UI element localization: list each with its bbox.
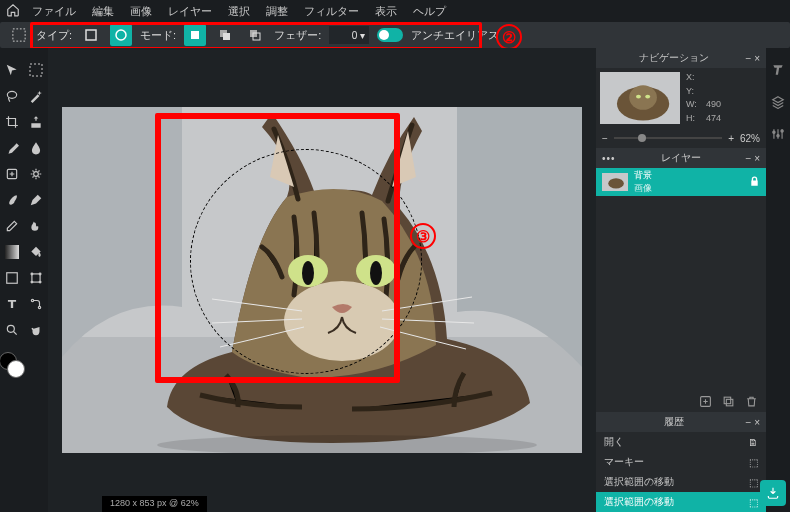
layer-item[interactable]: 背景 画像	[596, 168, 766, 196]
feather-input[interactable]	[329, 26, 369, 44]
home-icon[interactable]	[6, 3, 22, 19]
svg-point-36	[608, 178, 624, 188]
delete-layer-icon[interactable]	[745, 395, 758, 410]
menu-edit[interactable]: 編集	[86, 2, 120, 21]
download-button[interactable]	[760, 480, 786, 506]
menu-filter[interactable]: フィルター	[298, 2, 365, 21]
close-icon[interactable]: ×	[754, 417, 760, 428]
eraser-tool[interactable]	[2, 216, 22, 236]
menu-adjust[interactable]: 調整	[260, 2, 294, 21]
text-panel-icon[interactable]	[768, 60, 788, 80]
heal-tool[interactable]	[2, 164, 22, 184]
marquee-icon: ⬚	[749, 497, 758, 508]
workspace: ③ 1280 x 853 px @ 62% ナビゲーション − × X: Y: …	[0, 48, 790, 512]
svg-rect-38	[724, 397, 731, 404]
type-ellipse-button[interactable]	[110, 24, 132, 46]
history-title: 履歴	[602, 415, 746, 429]
duplicate-layer-icon[interactable]	[722, 395, 735, 410]
fill-tool[interactable]	[26, 242, 46, 262]
layer-name: 背景	[634, 169, 743, 182]
svg-point-8	[7, 91, 16, 98]
svg-rect-10	[5, 245, 19, 259]
eyedropper-tool[interactable]	[2, 138, 22, 158]
menu-select[interactable]: 選択	[222, 2, 256, 21]
zoom-slider[interactable]	[614, 137, 722, 139]
layers-title: レイヤー	[616, 151, 746, 165]
menu-file[interactable]: ファイル	[26, 2, 82, 21]
history-panel-header[interactable]: 履歴 − ×	[596, 412, 766, 432]
history-item[interactable]: マーキー⬚	[596, 452, 766, 472]
zoom-tool[interactable]	[2, 320, 22, 340]
panels: ナビゲーション − × X: Y: W:490 H:474 − + 62% ••…	[596, 48, 766, 512]
lock-icon[interactable]	[749, 176, 760, 189]
move-tool[interactable]	[2, 60, 22, 80]
svg-point-34	[645, 95, 650, 99]
svg-point-42	[781, 130, 783, 132]
nav-panel-body: X: Y: W:490 H:474	[596, 68, 766, 128]
minimize-icon[interactable]: −	[746, 53, 752, 64]
gradient-tool[interactable]	[2, 242, 22, 262]
panel-menu-icon[interactable]: •••	[602, 153, 616, 164]
sharpen-tool[interactable]	[26, 164, 46, 184]
svg-point-41	[777, 135, 779, 137]
close-icon[interactable]: ×	[754, 53, 760, 64]
minimize-icon[interactable]: −	[746, 153, 752, 164]
zoom-in-button[interactable]: +	[728, 133, 734, 144]
adjust-panel-icon[interactable]	[768, 124, 788, 144]
antialias-label: アンチエイリアス	[411, 28, 499, 43]
nav-panel-header[interactable]: ナビゲーション − ×	[596, 48, 766, 68]
canvas[interactable]: ③	[62, 107, 582, 453]
crop-tool[interactable]	[2, 112, 22, 132]
nav-thumbnail[interactable]	[600, 72, 680, 124]
svg-rect-0	[13, 29, 25, 41]
svg-point-21	[38, 306, 40, 308]
add-layer-icon[interactable]	[699, 395, 712, 410]
close-icon[interactable]: ×	[754, 153, 760, 164]
history-item[interactable]: 開く🗎	[596, 432, 766, 452]
marquee-tool-icon[interactable]	[8, 24, 30, 46]
smudge-tool[interactable]	[26, 216, 46, 236]
layers-panel-icon[interactable]	[768, 92, 788, 112]
svg-rect-15	[32, 274, 40, 282]
lasso-tool[interactable]	[2, 86, 22, 106]
path-tool[interactable]	[26, 294, 46, 314]
mode-label: モード:	[140, 28, 176, 43]
file-icon: 🗎	[748, 437, 758, 448]
history-body: 開く🗎 マーキー⬚ 選択範囲の移動⬚ 選択範囲の移動⬚	[596, 432, 766, 512]
zoom-row: − + 62%	[596, 128, 766, 148]
history-item[interactable]: 選択範囲の移動⬚	[596, 472, 766, 492]
antialias-toggle[interactable]	[377, 28, 403, 42]
svg-rect-39	[726, 399, 733, 406]
mode-new-button[interactable]	[184, 24, 206, 46]
menu-image[interactable]: 画像	[124, 2, 158, 21]
pen-tool[interactable]	[26, 190, 46, 210]
menu-view[interactable]: 表示	[369, 2, 403, 21]
menu-help[interactable]: ヘルプ	[407, 2, 452, 21]
clone-tool[interactable]	[26, 112, 46, 132]
mode-add-button[interactable]	[214, 24, 236, 46]
text-tool[interactable]	[2, 294, 22, 314]
blur-tool[interactable]	[26, 138, 46, 158]
zoom-out-button[interactable]: −	[602, 133, 608, 144]
type-rect-button[interactable]	[80, 24, 102, 46]
color-swatch[interactable]	[0, 352, 25, 378]
shape-tool[interactable]	[2, 268, 22, 288]
brush-tool[interactable]	[2, 190, 22, 210]
layers-panel-header[interactable]: ••• レイヤー − ×	[596, 148, 766, 168]
svg-rect-11	[7, 273, 18, 284]
history-item-active[interactable]: 選択範囲の移動⬚	[596, 492, 766, 512]
transform-tool[interactable]	[26, 268, 46, 288]
marquee-tool[interactable]	[26, 60, 46, 80]
menu-bar: ファイル 編集 画像 レイヤー 選択 調整 フィルター 表示 ヘルプ	[0, 0, 790, 22]
minimize-icon[interactable]: −	[746, 417, 752, 428]
canvas-area[interactable]: ③ 1280 x 853 px @ 62%	[48, 48, 596, 512]
menu-layer[interactable]: レイヤー	[162, 2, 218, 21]
mode-subtract-button[interactable]	[244, 24, 266, 46]
layer-thumbnail	[602, 173, 628, 191]
svg-point-19	[39, 281, 41, 283]
wand-tool[interactable]	[26, 86, 46, 106]
feather-label: フェザー:	[274, 28, 321, 43]
svg-point-33	[636, 95, 641, 99]
options-bar: タイプ: モード: フェザー: アンチエイリアス	[0, 22, 790, 48]
hand-tool[interactable]	[26, 320, 46, 340]
